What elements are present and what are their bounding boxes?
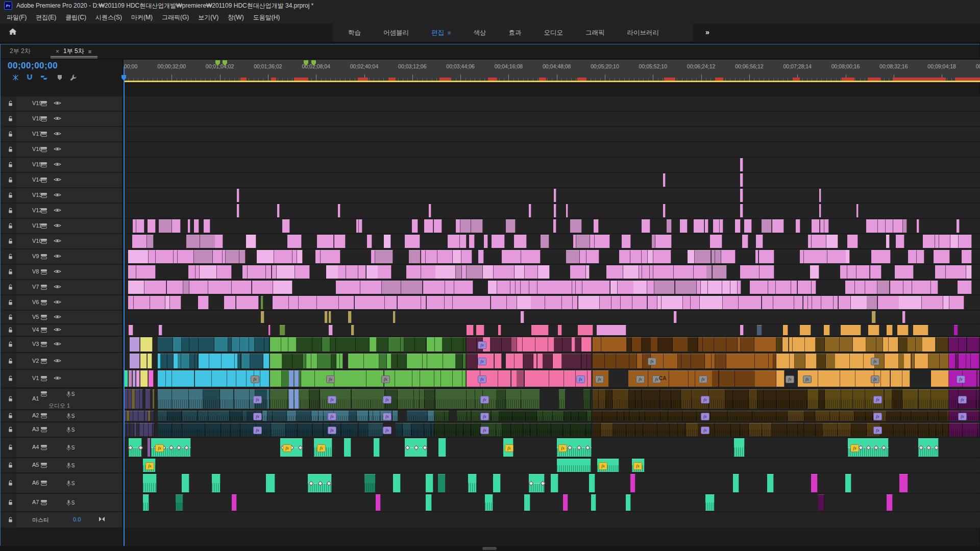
track-target-icon-A1[interactable] bbox=[40, 391, 47, 397]
clip[interactable] bbox=[260, 370, 270, 387]
clip[interactable] bbox=[463, 354, 466, 368]
clip[interactable] bbox=[742, 235, 748, 248]
clip[interactable] bbox=[554, 204, 556, 217]
clip[interactable] bbox=[773, 296, 794, 309]
clip[interactable] bbox=[878, 219, 886, 233]
clip[interactable] bbox=[633, 281, 647, 294]
clip[interactable] bbox=[467, 337, 477, 352]
clip[interactable] bbox=[289, 389, 294, 409]
clip[interactable] bbox=[208, 281, 227, 294]
lock-icon-V19[interactable] bbox=[8, 101, 13, 107]
fx-badge[interactable]: fx bbox=[595, 375, 604, 383]
clip[interactable] bbox=[149, 370, 154, 387]
clip[interactable] bbox=[148, 354, 152, 368]
clip[interactable] bbox=[586, 423, 592, 436]
clip[interactable] bbox=[128, 296, 134, 309]
clip[interactable] bbox=[959, 354, 966, 368]
timeline-ruler[interactable]: 00;0000;00;32;0000;01;04;0200;01;36;0200… bbox=[124, 60, 980, 81]
clip[interactable] bbox=[591, 494, 596, 511]
linked-selection-icon[interactable] bbox=[38, 73, 50, 82]
clip[interactable] bbox=[851, 423, 867, 436]
clip[interactable] bbox=[136, 370, 140, 387]
clip[interactable] bbox=[632, 296, 647, 309]
clip[interactable] bbox=[140, 354, 147, 368]
clip[interactable] bbox=[653, 265, 674, 279]
clip[interactable] bbox=[257, 250, 274, 263]
clip[interactable] bbox=[173, 337, 182, 352]
track-row-V15[interactable] bbox=[124, 158, 980, 172]
clip[interactable] bbox=[469, 235, 475, 248]
clip[interactable] bbox=[153, 389, 155, 409]
clip[interactable] bbox=[338, 265, 346, 279]
clip[interactable] bbox=[393, 411, 398, 421]
clip[interactable] bbox=[429, 204, 431, 217]
clip[interactable] bbox=[722, 281, 730, 294]
track-row-V9[interactable] bbox=[124, 249, 980, 264]
clip[interactable] bbox=[461, 250, 472, 263]
clip[interactable] bbox=[821, 296, 829, 309]
clip[interactable] bbox=[398, 389, 414, 409]
fx-badge[interactable]: fx bbox=[478, 358, 486, 365]
clip[interactable] bbox=[205, 423, 221, 436]
clip[interactable] bbox=[787, 423, 798, 436]
lock-icon-V18[interactable] bbox=[8, 116, 13, 122]
clip[interactable] bbox=[529, 474, 545, 492]
clip[interactable] bbox=[531, 325, 549, 335]
menu-item-9[interactable]: 도움말(H) bbox=[249, 12, 285, 23]
track-target-icon-V11[interactable] bbox=[40, 223, 47, 229]
clip[interactable] bbox=[194, 250, 213, 263]
clip[interactable] bbox=[537, 281, 554, 294]
playhead[interactable] bbox=[124, 67, 125, 551]
clip[interactable] bbox=[887, 494, 893, 511]
clip[interactable] bbox=[491, 337, 502, 352]
clip[interactable] bbox=[340, 354, 343, 368]
clip[interactable] bbox=[587, 354, 592, 368]
lock-icon-V17[interactable] bbox=[8, 131, 13, 137]
clip[interactable] bbox=[929, 423, 936, 436]
track-row-V17[interactable] bbox=[124, 127, 980, 141]
clip[interactable] bbox=[173, 411, 182, 421]
clip[interactable] bbox=[237, 204, 239, 217]
clip[interactable] bbox=[144, 281, 166, 294]
clip[interactable] bbox=[351, 325, 354, 335]
toggle-track-output-icon-V10[interactable] bbox=[54, 238, 61, 243]
clip[interactable] bbox=[297, 411, 311, 421]
clip[interactable] bbox=[829, 296, 834, 309]
clip[interactable] bbox=[820, 219, 824, 233]
lock-icon-V9[interactable] bbox=[8, 254, 13, 260]
clip[interactable] bbox=[749, 423, 762, 436]
workspace-tab-효과[interactable]: 효과 bbox=[497, 23, 532, 42]
clip[interactable] bbox=[755, 250, 758, 263]
toggle-track-output-icon-V2[interactable] bbox=[54, 358, 61, 363]
clip[interactable] bbox=[523, 337, 535, 352]
fx-badge[interactable]: fx bbox=[957, 375, 965, 383]
clip[interactable] bbox=[959, 337, 967, 352]
clip[interactable] bbox=[686, 423, 698, 436]
clip[interactable] bbox=[660, 389, 671, 409]
fx-badge[interactable]: fx bbox=[958, 396, 967, 404]
fx-badge[interactable]: fx bbox=[576, 375, 585, 383]
clip[interactable] bbox=[336, 281, 348, 294]
voiceover-mic-icon-A7[interactable] bbox=[66, 499, 71, 507]
clip[interactable] bbox=[850, 354, 864, 368]
clip[interactable] bbox=[977, 423, 979, 436]
clip[interactable] bbox=[839, 296, 851, 309]
clip[interactable] bbox=[562, 296, 573, 309]
fx-badge[interactable]: fx bbox=[701, 396, 709, 404]
clip[interactable] bbox=[893, 423, 905, 436]
clip[interactable] bbox=[749, 389, 757, 409]
clip[interactable] bbox=[467, 325, 474, 335]
track-target-icon-A4[interactable] bbox=[40, 444, 47, 450]
clip[interactable] bbox=[872, 311, 876, 323]
clip[interactable] bbox=[421, 296, 426, 309]
clip[interactable] bbox=[334, 235, 346, 248]
lock-icon-V4[interactable] bbox=[8, 327, 13, 333]
clip[interactable] bbox=[691, 354, 705, 368]
clip[interactable] bbox=[697, 281, 701, 294]
clip[interactable] bbox=[421, 250, 426, 263]
clip[interactable] bbox=[227, 370, 236, 387]
clip[interactable] bbox=[885, 354, 899, 368]
menu-item-4[interactable]: 시퀀스(S) bbox=[91, 12, 127, 23]
clip[interactable] bbox=[883, 337, 889, 352]
track-target-icon-A3[interactable] bbox=[40, 427, 47, 433]
